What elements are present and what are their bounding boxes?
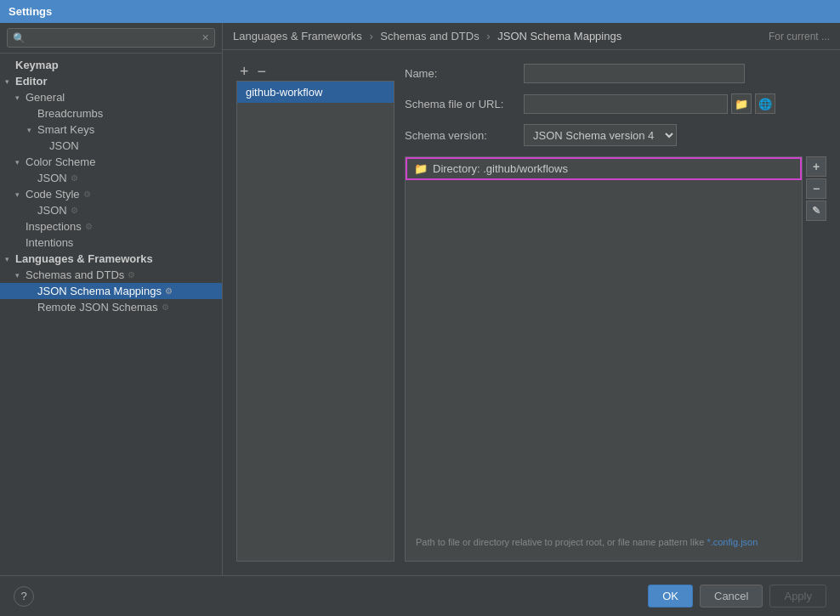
remove-schema-button[interactable]: − <box>254 64 270 79</box>
sidebar-item-label: JSON Schema Mappings <box>37 285 162 297</box>
sidebar-item-intentions[interactable]: Intentions <box>0 235 222 251</box>
sidebar-item-remote-json[interactable]: Remote JSON Schemas ⚙ <box>0 299 222 315</box>
breadcrumb-part-1: Languages & Frameworks <box>233 30 362 42</box>
breadcrumb-part-2: Schemas and DTDs <box>380 30 479 42</box>
mapping-list: 📁 Directory: .github/workflows Path to f… <box>405 156 803 562</box>
schema-version-select[interactable]: JSON Schema version 4 JSON Schema versio… <box>524 124 677 146</box>
cancel-button[interactable]: Cancel <box>700 585 763 608</box>
schema-list-item[interactable]: github-workflow <box>237 82 394 103</box>
bottom-actions: OK Cancel Apply <box>648 585 826 608</box>
edit-mapping-button[interactable]: ✎ <box>806 201 826 221</box>
sidebar-item-label: Code Style <box>26 188 80 201</box>
add-schema-button[interactable]: + <box>236 64 253 79</box>
sidebar-item-label: Color Scheme <box>26 155 95 168</box>
sidebar-item-editor[interactable]: ▾ Editor <box>0 73 222 89</box>
name-row: Name: github-workflow <box>405 64 826 83</box>
nav-tree: Keymap ▾ Editor ▾ General Breadcrumbs ▾ … <box>0 54 222 575</box>
sidebar-item-keymap[interactable]: Keymap <box>0 57 222 73</box>
sidebar-item-label: Intentions <box>26 236 73 249</box>
sidebar-item-label: General <box>26 91 65 104</box>
dialog-title: Settings <box>9 5 52 18</box>
sidebar-item-label: Inspections <box>26 220 82 233</box>
hint-line1: Path to file or directory relative to pr… <box>416 537 704 547</box>
sidebar-item-json-smart[interactable]: JSON <box>0 138 222 154</box>
search-box: 🔍 json ✕ <box>0 23 222 54</box>
ok-button[interactable]: OK <box>648 585 693 608</box>
sidebar-item-label: Breadcrumbs <box>37 107 103 120</box>
bottom-bar: ? OK Cancel Apply <box>0 575 840 616</box>
sidebar-item-schemas-dtds[interactable]: ▾ Schemas and DTDs ⚙ <box>0 267 222 283</box>
apply-button[interactable]: Apply <box>769 585 826 608</box>
settings-badge-icon: ⚙ <box>83 189 91 199</box>
breadcrumb-bar: Languages & Frameworks › Schemas and DTD… <box>223 23 840 50</box>
search-wrapper[interactable]: 🔍 json ✕ <box>7 28 215 48</box>
sidebar-item-json-schema-mappings[interactable]: JSON Schema Mappings ⚙ <box>0 283 222 299</box>
settings-badge-icon: ⚙ <box>165 286 173 296</box>
browse-file-button[interactable]: 📁 <box>731 93 752 114</box>
breadcrumb-sep-1: › <box>369 30 376 42</box>
main-panel: Languages & Frameworks › Schemas and DTD… <box>223 23 840 575</box>
sidebar-item-label: Languages & Frameworks <box>15 252 153 265</box>
hint-area: Path to file or directory relative to pr… <box>406 523 802 562</box>
schema-version-label: Schema version: <box>405 129 524 142</box>
settings-dialog: Settings 🔍 json ✕ Keymap ▾ E <box>0 0 840 616</box>
arrow-icon: ▾ <box>15 158 26 167</box>
breadcrumb: Languages & Frameworks › Schemas and DTD… <box>233 30 621 42</box>
sidebar-item-json-code-style[interactable]: JSON ⚙ <box>0 202 222 218</box>
title-bar: Settings <box>0 0 840 23</box>
schema-url-row: Schema file or URL: https://json.schemas… <box>405 93 826 114</box>
sidebar-item-general[interactable]: ▾ General <box>0 89 222 105</box>
for-current-label: For current ... <box>769 31 830 42</box>
clear-search-icon[interactable]: ✕ <box>201 32 209 43</box>
schema-url-input[interactable]: https://json.schemastore.org/github-work… <box>524 94 728 114</box>
mapping-item-label: Directory: .github/workflows <box>433 162 568 175</box>
help-button[interactable]: ? <box>14 586 34 607</box>
hint-text: Path to file or directory relative to pr… <box>412 528 795 557</box>
settings-badge-icon: ⚙ <box>128 270 135 280</box>
sidebar-item-label: Schemas and DTDs <box>26 268 124 281</box>
schema-version-row: Schema version: JSON Schema version 4 JS… <box>405 124 826 146</box>
sidebar-item-label: Remote JSON Schemas <box>37 301 158 314</box>
sidebar-item-smart-keys[interactable]: ▾ Smart Keys <box>0 122 222 138</box>
mapping-item[interactable]: 📁 Directory: .github/workflows <box>406 157 802 180</box>
sidebar: 🔍 json ✕ Keymap ▾ Editor ▾ General <box>0 23 223 575</box>
settings-badge-icon: ⚙ <box>71 206 78 215</box>
arrow-icon: ▾ <box>5 77 15 86</box>
hint-line2: *.config.json <box>707 537 758 547</box>
settings-badge-icon: ⚙ <box>71 173 78 183</box>
add-mapping-button[interactable]: + <box>806 156 826 177</box>
remove-mapping-button[interactable]: − <box>806 178 826 199</box>
schema-url-label: Schema file or URL: <box>405 98 524 110</box>
search-icon: 🔍 <box>13 32 26 44</box>
mapping-area: 📁 Directory: .github/workflows Path to f… <box>405 156 826 562</box>
sidebar-item-breadcrumbs[interactable]: Breadcrumbs <box>0 105 222 122</box>
arrow-icon: ▾ <box>15 93 26 102</box>
sidebar-item-code-style[interactable]: ▾ Code Style ⚙ <box>0 186 222 202</box>
search-input[interactable]: json <box>29 31 201 44</box>
sidebar-item-inspections[interactable]: Inspections ⚙ <box>0 218 222 235</box>
side-buttons: + − ✎ <box>806 156 826 562</box>
settings-badge-icon: ⚙ <box>85 222 93 231</box>
name-label: Name: <box>405 67 524 80</box>
sidebar-item-label: Editor <box>15 75 48 88</box>
sidebar-item-json-color[interactable]: JSON ⚙ <box>0 170 222 186</box>
sidebar-item-color-scheme[interactable]: ▾ Color Scheme <box>0 154 222 170</box>
arrow-icon: ▾ <box>15 190 26 199</box>
name-input[interactable]: github-workflow <box>524 64 745 83</box>
browse-url-button[interactable]: 🌐 <box>755 93 775 114</box>
panel-content: + − github-workflow Name: github-workflo… <box>223 50 840 575</box>
arrow-icon: ▾ <box>27 126 37 134</box>
breadcrumb-sep-2: › <box>486 30 493 42</box>
url-row: https://json.schemastore.org/github-work… <box>524 93 775 114</box>
folder-icon: 📁 <box>414 162 428 175</box>
breadcrumb-part-3: JSON Schema Mappings <box>497 30 621 42</box>
sidebar-item-label: Smart Keys <box>37 123 94 136</box>
arrow-icon: ▾ <box>15 271 26 280</box>
content-area: 🔍 json ✕ Keymap ▾ Editor ▾ General <box>0 23 840 575</box>
arrow-icon: ▾ <box>5 255 15 263</box>
sidebar-item-label: JSON <box>49 139 79 152</box>
sidebar-item-label: JSON <box>37 204 67 217</box>
sidebar-item-languages[interactable]: ▾ Languages & Frameworks <box>0 251 222 267</box>
settings-badge-icon: ⚙ <box>162 302 169 312</box>
sidebar-item-label: Keymap <box>15 59 59 71</box>
